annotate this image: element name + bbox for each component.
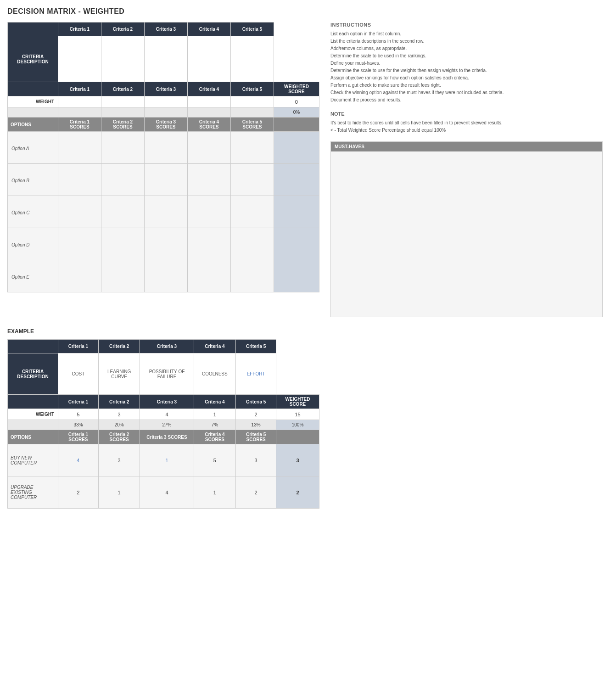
ex-percent-5: 13% xyxy=(236,420,276,430)
percent-label-empty xyxy=(8,107,58,118)
ex-weight-total: 15 xyxy=(276,409,319,420)
ex-score-header-5: Criteria 5 SCORES xyxy=(236,430,276,444)
option-a-score-4[interactable] xyxy=(187,132,230,164)
ex-weight-5: 2 xyxy=(236,409,276,420)
weighted-score-header: WEIGHTED SCORE xyxy=(274,82,319,96)
ex-option-1-score-5: 3 xyxy=(236,444,276,476)
option-d-label: Option D xyxy=(8,228,58,260)
weight-1[interactable] xyxy=(58,96,101,107)
main-layout: Criteria 1 Criteria 2 Criteria 3 Criteri… xyxy=(7,22,603,317)
ex-option-1-label: BUY NEW COMPUTER xyxy=(8,444,58,476)
option-e-score-1[interactable] xyxy=(58,260,101,292)
option-e-score-5[interactable] xyxy=(230,260,274,292)
score-header-3: Criteria 3 SCORES xyxy=(144,118,187,132)
option-b-score-4[interactable] xyxy=(187,164,230,196)
percent-1 xyxy=(58,107,101,118)
ex-option-row-2: UPGRADE EXISTINGCOMPUTER 2 1 4 1 2 2 xyxy=(8,476,319,509)
option-d-score-4[interactable] xyxy=(187,228,230,260)
ex-percent-1: 33% xyxy=(58,420,99,430)
option-e-score-3[interactable] xyxy=(144,260,187,292)
option-d-score-2[interactable] xyxy=(101,228,144,260)
must-haves-panel: MUST-HAVES xyxy=(330,141,603,317)
ex-desc-2: LEARNING CURVE xyxy=(98,353,140,395)
option-e-score-2[interactable] xyxy=(101,260,144,292)
criteria-header-row: Criteria 1 Criteria 2 Criteria 3 Criteri… xyxy=(8,22,319,36)
main-matrix-table: Criteria 1 Criteria 2 Criteria 3 Criteri… xyxy=(7,22,319,292)
option-b-weighted xyxy=(274,164,319,196)
criteria-desc-5[interactable] xyxy=(230,36,274,82)
ex-option-1-score-1: 4 xyxy=(58,444,99,476)
option-c-score-4[interactable] xyxy=(187,196,230,228)
must-haves-body[interactable] xyxy=(331,151,602,317)
score-header-2: Criteria 2 SCORES xyxy=(101,118,144,132)
ex-weighted-score-header: WEIGHTED SCORE xyxy=(276,395,319,409)
criteria-desc-3[interactable] xyxy=(144,36,187,82)
option-d-score-3[interactable] xyxy=(144,228,187,260)
top-left-empty xyxy=(8,22,58,36)
top-left-empty-2 xyxy=(8,82,58,96)
criteria-header-5: Criteria 5 xyxy=(230,22,274,36)
weight-label: WEIGHT xyxy=(8,96,58,107)
main-table-section: Criteria 1 Criteria 2 Criteria 3 Criteri… xyxy=(7,22,319,292)
ex-score-header-2: Criteria 2 SCORES xyxy=(98,430,140,444)
ex-options-label: OPTIONS xyxy=(8,430,58,444)
weight-4[interactable] xyxy=(187,96,230,107)
option-a-label: Option A xyxy=(8,132,58,164)
option-b-score-2[interactable] xyxy=(101,164,144,196)
option-a-score-1[interactable] xyxy=(58,132,101,164)
ex-weight-2: 3 xyxy=(98,409,140,420)
criteria-header2-3: Criteria 3 xyxy=(144,82,187,96)
instructions-lines: List each option in the first column.Lis… xyxy=(330,30,603,104)
option-c-label: Option C xyxy=(8,196,58,228)
option-a-weighted xyxy=(274,132,319,164)
option-c-score-1[interactable] xyxy=(58,196,101,228)
ex-weight-label: WEIGHT xyxy=(8,409,58,420)
ex-criteria-header2-2: Criteria 2 xyxy=(98,395,140,409)
option-d-score-1[interactable] xyxy=(58,228,101,260)
ex-percent-3: 27% xyxy=(140,420,194,430)
option-row-c: Option C xyxy=(8,196,319,228)
option-d-weighted xyxy=(274,228,319,260)
ex-desc-5: EFFORT xyxy=(236,353,276,395)
criteria-header-3: Criteria 3 xyxy=(144,22,187,36)
ex-percent-empty xyxy=(8,420,58,430)
option-b-score-1[interactable] xyxy=(58,164,101,196)
criteria-header2-4: Criteria 4 xyxy=(187,82,230,96)
option-c-score-3[interactable] xyxy=(144,196,187,228)
option-c-score-5[interactable] xyxy=(230,196,274,228)
weight-2[interactable] xyxy=(101,96,144,107)
option-b-score-3[interactable] xyxy=(144,164,187,196)
criteria-desc-4[interactable] xyxy=(187,36,230,82)
option-e-label: Option E xyxy=(8,260,58,292)
option-d-score-5[interactable] xyxy=(230,228,274,260)
option-b-score-5[interactable] xyxy=(230,164,274,196)
criteria-desc-1[interactable] xyxy=(58,36,101,82)
score-header-4: Criteria 4 SCORES xyxy=(187,118,230,132)
criteria-desc-label: CRITERIADESCRIPTION xyxy=(8,36,58,82)
option-a-score-3[interactable] xyxy=(144,132,187,164)
criteria-header-1: Criteria 1 xyxy=(58,22,101,36)
option-c-score-2[interactable] xyxy=(101,196,144,228)
ex-option-2-score-5: 2 xyxy=(236,476,276,509)
ex-option-1-weighted: 3 xyxy=(276,444,319,476)
ex-criteria-header2-3: Criteria 3 xyxy=(140,395,194,409)
option-e-weighted xyxy=(274,260,319,292)
criteria-desc-2[interactable] xyxy=(101,36,144,82)
ex-criteria-header2-1: Criteria 1 xyxy=(58,395,99,409)
option-a-score-2[interactable] xyxy=(101,132,144,164)
ex-percent-total: 100% xyxy=(276,420,319,430)
option-c-weighted xyxy=(274,196,319,228)
note-lines: It's best to hide the scores until all c… xyxy=(330,119,603,134)
option-e-score-4[interactable] xyxy=(187,260,230,292)
ex-option-2-score-1: 2 xyxy=(58,476,99,509)
ex-option-row-1: BUY NEW COMPUTER 4 3 1 5 3 3 xyxy=(8,444,319,476)
option-row-e: Option E xyxy=(8,260,319,292)
weight-5[interactable] xyxy=(230,96,274,107)
ex-weight-1: 5 xyxy=(58,409,99,420)
criteria-header-row-2: Criteria 1 Criteria 2 Criteria 3 Criteri… xyxy=(8,82,319,96)
option-a-score-5[interactable] xyxy=(230,132,274,164)
ex-percent-4: 7% xyxy=(194,420,236,430)
weight-3[interactable] xyxy=(144,96,187,107)
percent-2 xyxy=(101,107,144,118)
option-row-a: Option A xyxy=(8,132,319,164)
